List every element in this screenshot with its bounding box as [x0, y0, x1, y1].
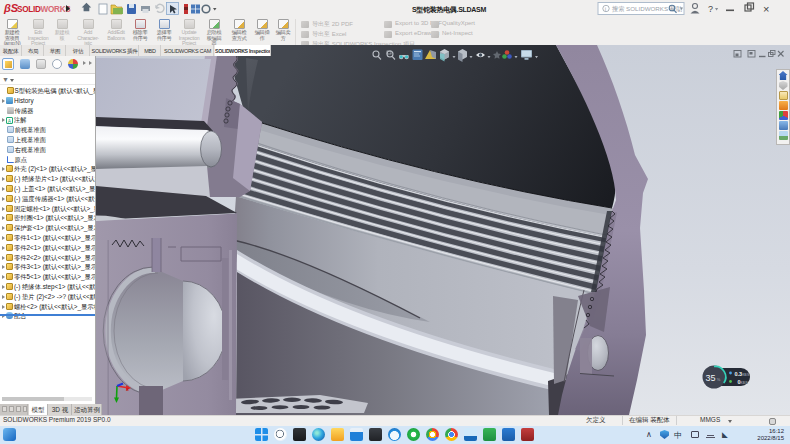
- svg-text:搜索 SOLIDWORKS 帮助: 搜索 SOLIDWORKS 帮助: [612, 5, 682, 13]
- svg-text:?: ?: [708, 4, 713, 14]
- svg-text:%: %: [717, 377, 721, 382]
- svg-text:x: x: [126, 386, 129, 392]
- svg-text:×: ×: [763, 3, 769, 15]
- svg-text:SOLIDWORKS: SOLIDWORKS: [17, 5, 71, 14]
- svg-text:i: i: [605, 6, 606, 12]
- svg-text:35: 35: [706, 373, 716, 383]
